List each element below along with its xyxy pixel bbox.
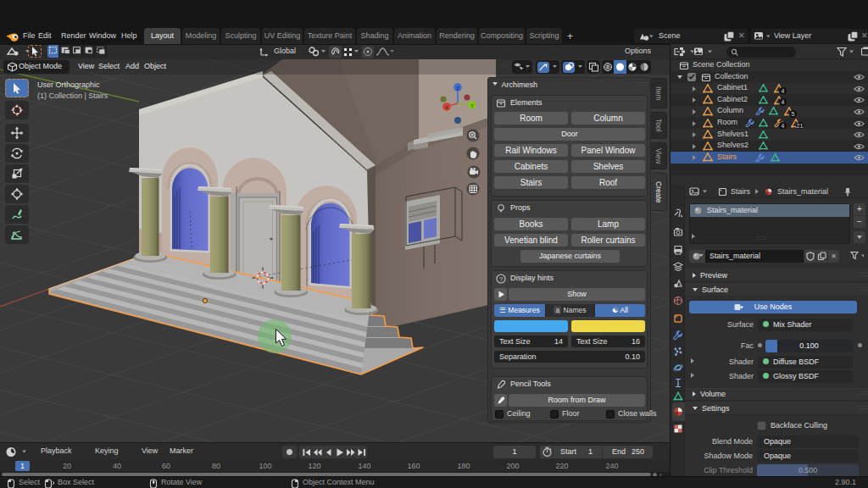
- svg-text:Y: Y: [470, 103, 474, 108]
- svg-text:Z: Z: [456, 86, 459, 91]
- svg-text:?: ?: [499, 275, 503, 283]
- svg-text:X: X: [445, 105, 448, 110]
